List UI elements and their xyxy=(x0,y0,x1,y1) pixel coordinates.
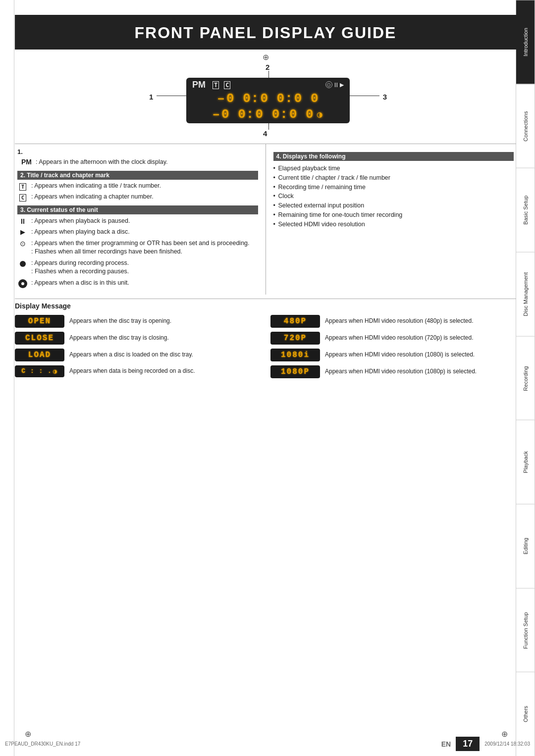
seg-display-row1: –0 0:0 0:0 0 xyxy=(217,91,319,106)
display-icon-c: C xyxy=(224,81,230,89)
section1-label: 1. xyxy=(17,148,23,155)
diagram-area: 2 1 3 4 PM T C ⊙ xyxy=(122,62,409,139)
diagram-label-2: 2 xyxy=(266,63,269,71)
dm-right-col: 480P Appears when HDMI video resolution … xyxy=(270,315,516,382)
dm-screen-open: OPEN xyxy=(15,315,64,328)
dm-desc-open: Appears when the disc tray is opening. xyxy=(69,317,171,325)
sidebar-tab-playback[interactable]: Playback xyxy=(516,420,535,504)
diagram-label-1: 1 xyxy=(149,93,153,101)
icon-T-desc: : Appears when indicating a title / trac… xyxy=(31,182,161,191)
dm-text-1080i: 1080i xyxy=(281,351,310,359)
left-border-line xyxy=(14,0,14,756)
dm-screen-720p: 720P xyxy=(270,332,320,345)
pm-desc: : Appears in the afternoon with the cloc… xyxy=(36,158,168,167)
section4-list: Elapsed playback time Current title / ch… xyxy=(273,164,514,229)
dm-item-load: LOAD Appears when a disc is loaded on th… xyxy=(15,349,261,361)
dm-desc-load: Appears when a disc is loaded on the dis… xyxy=(69,351,193,359)
dm-text-rec: C : : . xyxy=(21,367,52,375)
timer-icon: ⊙ xyxy=(17,240,28,248)
display-icon-t: T xyxy=(213,81,219,89)
display-message-section: Display Message OPEN Appears when the di… xyxy=(15,299,516,382)
page-number: 17 xyxy=(456,737,480,751)
sidebar-tab-disc-management[interactable]: Disc Management xyxy=(516,252,535,336)
pause-icon: II xyxy=(17,217,28,225)
dm-item-720p: 720P Appears when HDMI video resolution … xyxy=(270,332,516,345)
page-title: FRONT PANEL DISPLAY GUIDE xyxy=(15,15,516,50)
section2-header: 2. Title / track and chapter mark xyxy=(17,171,258,180)
section4-item-4: Clock xyxy=(273,192,514,201)
dm-desc-1080i: Appears when HDMI video resolution (1080… xyxy=(325,351,475,359)
play-sym: ▶ xyxy=(340,82,344,88)
main-content: FRONT PANEL DISPLAY GUIDE ⊕ 2 1 3 4 PM T xyxy=(15,0,516,756)
section4-item-7: Selected HDMI video resolution xyxy=(273,220,514,229)
dm-desc-close: Appears when the disc tray is closing. xyxy=(69,334,169,342)
arrow-1 xyxy=(157,96,190,96)
sidebar-tab-basic-setup[interactable]: Basic Setup xyxy=(516,168,535,252)
dm-item-rec: C : : .◑ Appears when data is being reco… xyxy=(15,365,261,377)
section4-item-3: Recording time / remaining time xyxy=(273,183,514,192)
sidebar-tab-function-setup[interactable]: Function Setup xyxy=(516,588,535,672)
section4-item-6: Remaining time for one-touch timer recor… xyxy=(273,210,514,220)
timer-desc: : Appears when the timer programming or … xyxy=(31,239,250,256)
dm-item-1080p: 1080P Appears when HDMI video resolution… xyxy=(270,365,516,378)
dm-desc-480p: Appears when HDMI video resolution (480p… xyxy=(325,317,473,325)
dm-desc-rec: Appears when data is being recorded on a… xyxy=(69,367,195,375)
dm-left-col: OPEN Appears when the disc tray is openi… xyxy=(15,315,261,382)
sidebar-tab-introduction[interactable]: Introduction xyxy=(516,0,535,84)
sidebar-tab-connections[interactable]: Connections xyxy=(516,84,535,168)
display-message-grid: OPEN Appears when the disc tray is openi… xyxy=(15,315,516,382)
dm-text-480p: 480P xyxy=(284,317,307,326)
dm-desc-720p: Appears when HDMI video resolution (720p… xyxy=(325,334,473,342)
icon-C-desc: : Appears when indicating a chapter numb… xyxy=(31,193,154,202)
dm-screen-1080i: 1080i xyxy=(270,349,320,361)
page-en-label: EN xyxy=(441,740,451,748)
reg-mark-top: ⊕ xyxy=(15,52,516,62)
section4-item-1: Elapsed playback time xyxy=(273,164,514,173)
section3-header: 3. Current status of the unit xyxy=(17,205,258,214)
dm-screen-480p: 480P xyxy=(270,315,320,328)
dm-text-load: LOAD xyxy=(28,351,51,359)
dm-text-720p: 720P xyxy=(284,334,307,343)
section-1: 1. PM : Appears in the afternoon with th… xyxy=(17,148,258,167)
dm-item-close: CLOSE Appears when the disc tray is clos… xyxy=(15,332,261,345)
play-desc: : Appears when playing back a disc. xyxy=(31,228,130,237)
pause-sym: II xyxy=(334,81,338,89)
sidebar: Introduction Connections Basic Setup Dis… xyxy=(516,0,535,756)
dm-item-1080i: 1080i Appears when HDMI video resolution… xyxy=(270,349,516,361)
footer-date: 2009/12/14 18:32:03 xyxy=(484,741,530,747)
dm-item-480p: 480P Appears when HDMI video resolution … xyxy=(270,315,516,328)
sidebar-tab-editing[interactable]: Editing xyxy=(516,504,535,588)
dm-desc-1080p: Appears when HDMI video resolution (1080… xyxy=(325,367,477,376)
icon-C: C xyxy=(19,194,27,202)
diagram-label-4: 4 xyxy=(263,129,267,138)
dm-screen-load: LOAD xyxy=(15,349,64,361)
dm-screen-1080p: 1080P xyxy=(270,365,320,378)
icon-T: T xyxy=(19,183,27,191)
record-desc: : Appears during recording process.: Fla… xyxy=(31,259,129,276)
section4-item-2: Current title / chapter / track / file n… xyxy=(273,173,514,183)
dm-screen-close: CLOSE xyxy=(15,332,64,345)
content-row: 1. PM : Appears in the afternoon with th… xyxy=(15,144,516,295)
dm-text-1080p: 1080P xyxy=(281,367,310,376)
display-box: PM T C ⊙ II ▶ –0 0:0 0:0 0 –0 0:0 0:0 0◑ xyxy=(186,78,350,123)
record-icon xyxy=(17,259,28,267)
dm-item-open: OPEN Appears when the disc tray is openi… xyxy=(15,315,261,328)
seg-display-row2: –0 0:0 0:0 0◑ xyxy=(212,107,323,122)
timer-sym: ⊙ xyxy=(325,81,332,88)
footer-file: E7PEAUD_DR430KU_EN.indd 17 xyxy=(5,741,80,747)
disc-desc: : Appears when a disc is in this unit. xyxy=(31,279,129,288)
dm-text-open: OPEN xyxy=(28,317,51,326)
display-message-title: Display Message xyxy=(15,302,516,310)
diagram-label-3: 3 xyxy=(383,93,387,101)
pm-indicator: PM xyxy=(21,158,32,166)
col-right: 4. Displays the following Elapsed playba… xyxy=(266,144,517,295)
dm-text-close: CLOSE xyxy=(25,334,54,343)
section4-header: 4. Displays the following xyxy=(273,152,514,161)
page-footer: E7PEAUD_DR430KU_EN.indd 17 EN 17 2009/12… xyxy=(0,737,535,751)
section4-item-5: Selected external input position xyxy=(273,201,514,210)
col-left: 1. PM : Appears in the afternoon with th… xyxy=(15,144,266,295)
arrow-3 xyxy=(346,96,379,96)
sidebar-tab-recording[interactable]: Recording xyxy=(516,336,535,420)
footer-right-area: EN 17 2009/12/14 18:32:03 xyxy=(441,737,530,751)
dm-screen-rec: C : : .◑ xyxy=(15,365,64,377)
